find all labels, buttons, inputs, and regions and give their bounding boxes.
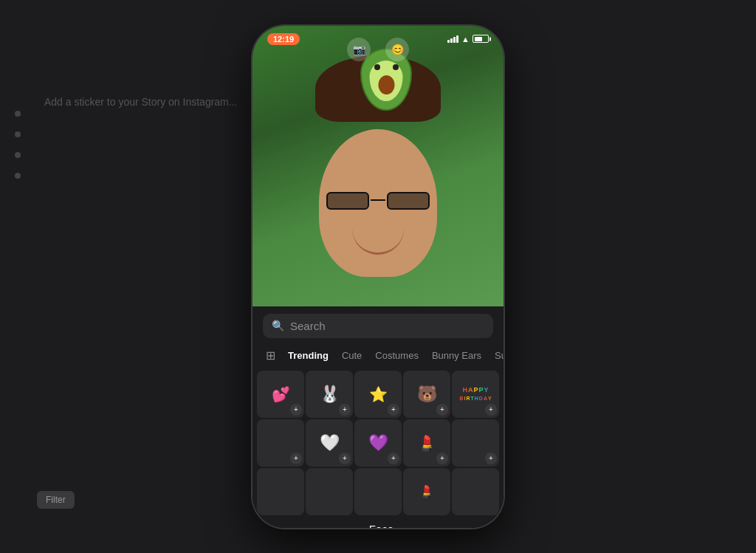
sticker-r3c3[interactable] (354, 468, 402, 515)
sticker-heart-purple[interactable]: 💜 + (354, 419, 402, 467)
wifi-icon: ▲ (461, 35, 470, 44)
sticker-birthday[interactable]: H A P P Y B I R T H D A Y (452, 371, 499, 418)
search-bar[interactable]: 🔍 Search (263, 314, 493, 338)
tab-sun[interactable]: Sun... (489, 347, 504, 364)
add-hearts-button[interactable]: + (290, 404, 302, 416)
sidebar-dot-2 (15, 131, 21, 137)
sidebar-dot-4 (15, 173, 21, 179)
sticker-hearts[interactable]: 💕 + (257, 371, 304, 418)
glasses-left (326, 192, 369, 210)
add-stars-button[interactable]: + (388, 404, 399, 416)
bottom-panel: 🔍 Search ⊞ Trending Cute Costumes Bunny … (252, 306, 504, 528)
add-bear-button[interactable]: + (436, 404, 448, 416)
grid-icon[interactable]: ⊞ (260, 346, 281, 366)
search-input[interactable]: Search (290, 320, 326, 332)
bg-text: Add a sticker to your Story on Instagram… (44, 96, 266, 108)
signal-icon (447, 35, 458, 43)
camera-view: 📷 😊 (252, 26, 504, 306)
category-tabs: ⊞ Trending Cute Costumes Bunny Ears Sun.… (252, 343, 504, 371)
glasses (326, 192, 430, 213)
lipstick2-icon: 💄 (419, 484, 434, 498)
sidebar-dot-1 (15, 111, 21, 117)
sticker-lipstick[interactable]: 💄 + (403, 419, 450, 467)
add-heart-outline-button[interactable]: + (339, 453, 351, 464)
sticker-empty-1[interactable]: + (257, 419, 304, 467)
sticker-r3c2[interactable] (306, 468, 353, 515)
add-birthday-button[interactable]: + (485, 404, 497, 416)
add-bunny-button[interactable]: + (339, 404, 351, 416)
add-empty1-button[interactable]: + (290, 453, 302, 464)
sticker-grid: 💕 + 🐰 + ⭐ + 🐻 + H A P (252, 371, 504, 515)
bg-button: Filter (37, 491, 75, 509)
glasses-right (387, 192, 430, 210)
sticker-r3c5[interactable] (452, 468, 499, 515)
tab-trending[interactable]: Trending (282, 347, 334, 364)
add-lipstick-button[interactable]: + (436, 453, 448, 464)
sticker-bear[interactable]: 🐻 + (403, 371, 450, 418)
search-icon: 🔍 (272, 320, 284, 332)
sidebar (15, 111, 21, 179)
avocado-eye-left (374, 64, 380, 70)
add-empty2-button[interactable]: + (485, 453, 497, 464)
avocado-seed (378, 75, 394, 95)
tab-cute[interactable]: Cute (336, 347, 368, 364)
sticker-empty-2[interactable]: + (452, 419, 499, 467)
phone-frame: 12:19 ▲ (252, 26, 504, 528)
heart-purple-icon: 💜 (368, 433, 388, 453)
sticker-bunny[interactable]: 🐰 + (306, 371, 353, 418)
smile (352, 229, 404, 255)
status-time: 12:19 (267, 33, 300, 45)
tab-costumes[interactable]: Costumes (369, 347, 425, 364)
sticker-r3c1[interactable] (257, 468, 304, 515)
lipstick-icon: 💄 (418, 434, 436, 452)
stars-icon: ⭐ (369, 385, 388, 403)
status-bar: 12:19 ▲ (252, 26, 504, 48)
glasses-bridge (371, 199, 385, 201)
face (319, 129, 437, 277)
avocado-face (368, 64, 405, 70)
bear-icon: 🐻 (417, 385, 437, 404)
search-container: 🔍 Search (252, 306, 504, 343)
birthday-text: H A P P Y B I R T H D A Y (459, 387, 491, 402)
status-icons: ▲ (447, 35, 489, 44)
add-heart-purple-button[interactable]: + (388, 453, 399, 464)
avocado-eye-right (393, 64, 399, 70)
sidebar-dot-3 (15, 152, 21, 158)
tab-bunny-ears[interactable]: Bunny Ears (426, 347, 487, 364)
hearts-icon: 💕 (272, 385, 290, 403)
bottom-bar: Face ✓ (252, 515, 504, 528)
heart-outline-icon: 🤍 (320, 433, 340, 453)
sticker-heart-outline[interactable]: 🤍 + (306, 419, 353, 467)
battery-icon (472, 35, 489, 43)
sticker-r3c4[interactable]: 💄 (403, 468, 450, 515)
face-label: Face (282, 523, 481, 528)
bunny-icon: 🐰 (320, 385, 340, 404)
sticker-stars[interactable]: ⭐ + (354, 371, 402, 418)
